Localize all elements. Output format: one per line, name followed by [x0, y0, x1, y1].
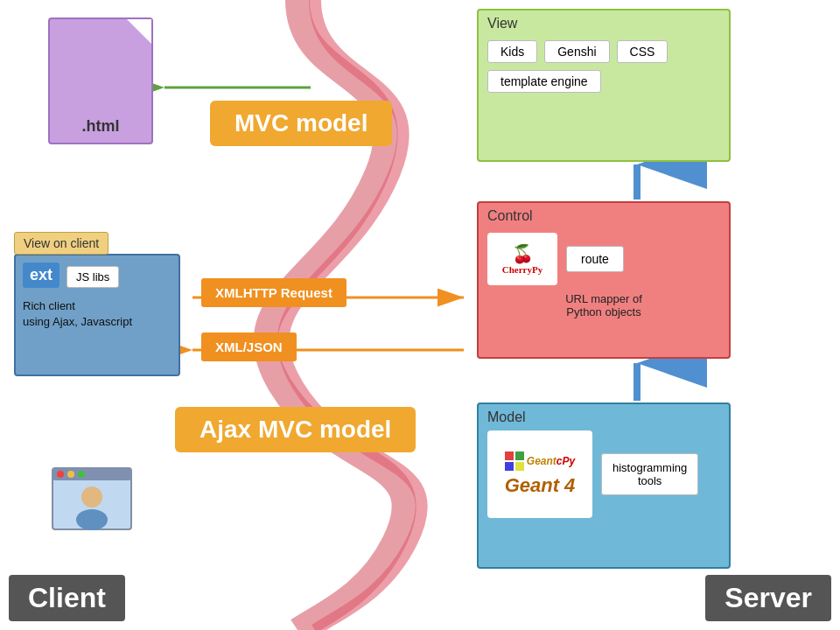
- mvc-model-label: MVC model: [210, 101, 392, 146]
- ajax-mvc-model-label: Ajax MVC model: [175, 407, 416, 452]
- view-section: View Kids Genshi CSS template engine: [477, 9, 731, 162]
- cherrypy-area: 🍒 CherryPy route: [487, 233, 720, 285]
- kids-button[interactable]: Kids: [487, 40, 537, 63]
- rich-client-description: Rich client using Ajax, Javascript: [23, 298, 172, 330]
- control-title: Control: [487, 208, 720, 224]
- model-section: Model GeantcPy Geant 4 histogramming too…: [477, 402, 731, 569]
- client-label: Client: [9, 575, 125, 621]
- js-libs-button[interactable]: JS libs: [66, 266, 119, 288]
- ext-logo: ext: [23, 262, 60, 288]
- cherrypy-logo: 🍒 CherryPy: [487, 233, 557, 285]
- css-button[interactable]: CSS: [617, 40, 668, 63]
- svg-rect-10: [52, 468, 131, 480]
- view-title: View: [487, 16, 720, 32]
- model-title: Model: [487, 410, 720, 425]
- geant4-area: GeantcPy Geant 4 histogramming tools: [487, 430, 720, 518]
- control-section: Control 🍒 CherryPy route URL mapper of P…: [477, 201, 731, 359]
- svg-point-11: [57, 471, 64, 478]
- svg-point-15: [76, 509, 108, 530]
- route-button[interactable]: route: [566, 246, 624, 272]
- svg-point-12: [67, 471, 74, 478]
- svg-point-13: [78, 471, 85, 478]
- geant4-text: Geant 4: [505, 474, 576, 497]
- html-file-box: .html: [48, 18, 153, 144]
- genshi-button[interactable]: Genshi: [544, 40, 609, 63]
- url-mapper-desc: URL mapper of Python objects: [487, 292, 720, 318]
- view-on-client-label: View on client: [14, 232, 108, 255]
- rich-client-box: ext JS libs Rich client using Ajax, Java…: [14, 254, 180, 376]
- geant4-logo: GeantcPy Geant 4: [487, 430, 592, 518]
- xmlhttp-request-label: XMLHTTP Request: [201, 278, 346, 307]
- server-label: Server: [705, 575, 831, 621]
- html-file-label: .html: [82, 117, 120, 136]
- histogramming-button[interactable]: histogramming tools: [601, 453, 698, 495]
- template-engine-button[interactable]: template engine: [487, 70, 601, 93]
- xml-json-label: XML/JSON: [201, 332, 297, 361]
- svg-point-14: [81, 486, 102, 508]
- client-person-icon: [48, 464, 136, 534]
- view-buttons-group: Kids Genshi CSS template engine: [487, 40, 720, 93]
